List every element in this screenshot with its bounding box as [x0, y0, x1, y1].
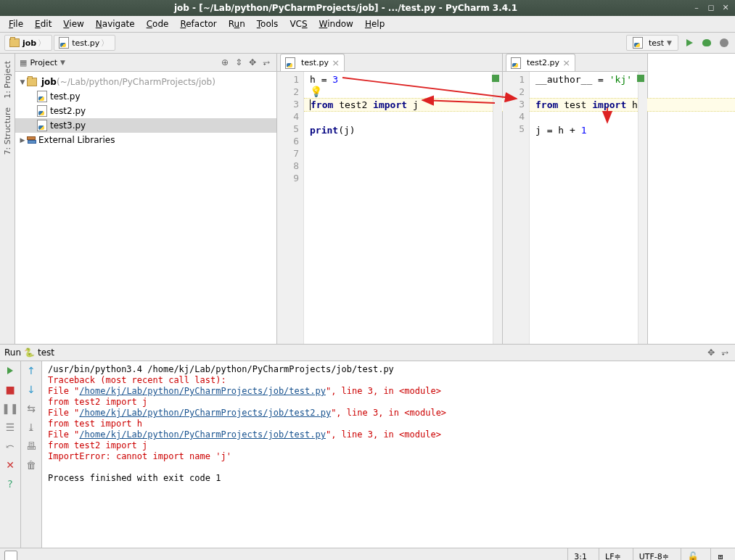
run-config-name: test [38, 347, 54, 358]
import-error: ImportError: cannot import name 'j' [48, 451, 729, 462]
left-tool-stripe: 1: Project 7: Structure [0, 54, 15, 344]
clear-button[interactable]: 🗑 [25, 458, 38, 472]
line-gutter: 12345 [503, 72, 530, 344]
help-button[interactable]: ? [4, 477, 17, 490]
file-link[interactable]: /home/kj/Lab/python/PyCharmProjects/job/… [79, 408, 331, 418]
menu-view[interactable]: View [57, 17, 89, 30]
read-only-toggle[interactable]: 🔓 [681, 548, 705, 560]
console-toolbar: ↑ ↓ ⇆ ⤓ 🖶 🗑 [21, 361, 42, 548]
play-icon [7, 367, 13, 374]
close-button[interactable]: ✕ [720, 3, 731, 13]
run-with-coverage-button[interactable] [718, 36, 731, 49]
menu-window[interactable]: Window [313, 17, 359, 30]
window-titlebar: job - [~/Lab/python/PyCharmProjects/job]… [0, 0, 735, 16]
editor-left: test.py× 123456789 h = 3 💡 from test2 im… [277, 54, 503, 344]
error-stripe[interactable] [493, 72, 502, 344]
menu-refactor[interactable]: Refactor [174, 17, 222, 30]
project-view-icon: ▦ [20, 58, 27, 67]
tree-root[interactable]: ▼job (~/Lab/python/PyCharmProjects/job) [15, 75, 276, 89]
run-header: Run 🐍 test ✥ ⥅ [0, 345, 735, 361]
breadcrumb-root[interactable]: job〉 [4, 35, 52, 51]
tree-file-test3[interactable]: test3.py [15, 118, 276, 133]
down-stack-button[interactable]: ↓ [25, 383, 38, 396]
project-tool-window: ▦ Project ▼ ⊕ ⇕ ✥ ⥅ ▼job (~/Lab/python/P… [15, 54, 277, 344]
close-tab-icon[interactable]: × [332, 59, 340, 67]
main-area: 1: Project 7: Structure ▦ Project ▼ ⊕ ⇕ … [0, 54, 735, 344]
close-tab-icon[interactable]: × [562, 59, 570, 67]
menu-help[interactable]: Help [359, 17, 390, 30]
editor-splitter: test.py× 123456789 h = 3 💡 from test2 im… [277, 54, 735, 344]
menu-file[interactable]: File [3, 17, 29, 30]
close-button[interactable]: ✕ [4, 458, 17, 472]
tab-test2-py[interactable]: test2.py× [506, 54, 575, 71]
editor-tabs: test.py× [277, 54, 502, 72]
editor-body[interactable]: 123456789 h = 3 💡 from test2 import j pr… [277, 72, 502, 344]
python-file-icon [285, 57, 295, 69]
menu-code[interactable]: Code [141, 17, 175, 30]
lock-icon: 🔓 [687, 551, 699, 561]
code-area[interactable]: h = 3 💡 from test2 import j print(j) [304, 72, 493, 344]
settings-button[interactable]: ✥ [247, 57, 258, 68]
stop-button[interactable]: ■ [4, 383, 17, 396]
hide-button[interactable]: ⥅ [260, 57, 272, 68]
hector-button[interactable]: 🗉 [710, 548, 731, 560]
python-file-icon [59, 37, 69, 49]
breadcrumb-file[interactable]: test.py〉 [54, 35, 115, 51]
structure-tool-tab[interactable]: 7: Structure [1, 103, 14, 159]
dump-threads-button[interactable]: ☰ [4, 421, 17, 434]
menu-tools[interactable]: Tools [251, 17, 284, 30]
print-button[interactable]: 🖶 [25, 440, 38, 453]
python-file-icon [511, 57, 521, 69]
line-gutter: 123456789 [277, 72, 304, 344]
collapse-all-button[interactable]: ⇕ [233, 57, 245, 68]
python-file-icon [37, 120, 47, 131]
tree-file-test2[interactable]: test2.py [15, 104, 276, 118]
library-icon [27, 136, 36, 144]
error-stripe[interactable] [638, 72, 647, 344]
bug-icon [702, 39, 711, 46]
editor-body[interactable]: 12345 __author__ = 'kj' from test import… [503, 72, 647, 344]
file-link[interactable]: /home/kj/Lab/python/PyCharmProjects/job/… [79, 386, 326, 396]
menu-vcs[interactable]: VCS [284, 17, 313, 30]
scroll-end-button[interactable]: ⤓ [25, 421, 38, 434]
restore-layout-button[interactable]: ⤺ [4, 440, 17, 453]
run-settings-button[interactable]: ✥ [705, 347, 717, 358]
pause-button[interactable]: ❚❚ [4, 402, 17, 415]
project-tree: ▼job (~/Lab/python/PyCharmProjects/job) … [15, 72, 276, 150]
main-menu: File Edit View Navigate Code Refactor Ru… [0, 16, 735, 33]
file-encoding[interactable]: UTF-8 ≑ [633, 548, 675, 560]
caret-position[interactable]: 3:1 [567, 548, 593, 560]
run-hide-button[interactable]: ⥅ [719, 347, 731, 358]
editor-tabs: test2.py× [503, 54, 647, 72]
scroll-from-source-button[interactable]: ⊕ [219, 57, 231, 68]
intention-bulb-icon[interactable]: 💡 [310, 86, 322, 97]
maximize-button[interactable]: ◻ [706, 3, 716, 13]
menu-navigate[interactable]: Navigate [90, 17, 141, 30]
analysis-ok-icon [637, 75, 644, 82]
tree-file-test[interactable]: test.py [15, 89, 276, 104]
file-link[interactable]: /home/kj/Lab/python/PyCharmProjects/job/… [79, 429, 326, 440]
python-file-icon [37, 105, 47, 117]
code-area[interactable]: __author__ = 'kj' from test import h j =… [530, 72, 638, 344]
tool-windows-button[interactable] [4, 551, 17, 560]
navigation-toolbar: job〉 test.py〉 test ▼ [0, 33, 735, 54]
project-pane-title[interactable]: Project [30, 58, 57, 67]
run-button[interactable] [683, 36, 696, 49]
status-bar: 3:1 LF ≑ UTF-8 ≑ 🔓 🗉 [0, 548, 735, 560]
up-stack-button[interactable]: ↑ [25, 364, 38, 377]
run-label: Run [4, 347, 21, 358]
soft-wrap-button[interactable]: ⇆ [25, 402, 38, 415]
tab-test-py[interactable]: test.py× [280, 54, 345, 71]
debug-button[interactable] [700, 36, 713, 49]
menu-run[interactable]: Run [223, 17, 251, 30]
tree-external-libraries[interactable]: ▶External Libraries [15, 133, 276, 147]
console-output[interactable]: /usr/bin/python3.4 /home/kj/Lab/python/P… [42, 361, 735, 548]
console-command: /usr/bin/python3.4 /home/kj/Lab/python/P… [48, 364, 729, 375]
run-config-selector[interactable]: test ▼ [626, 35, 678, 51]
project-tool-tab[interactable]: 1: Project [1, 57, 14, 103]
window-title: job - [~/Lab/python/PyCharmProjects/job]… [4, 3, 687, 13]
rerun-button[interactable] [4, 364, 17, 377]
line-ending[interactable]: LF ≑ [599, 548, 627, 560]
menu-edit[interactable]: Edit [29, 17, 57, 30]
minimize-button[interactable]: – [691, 3, 702, 13]
